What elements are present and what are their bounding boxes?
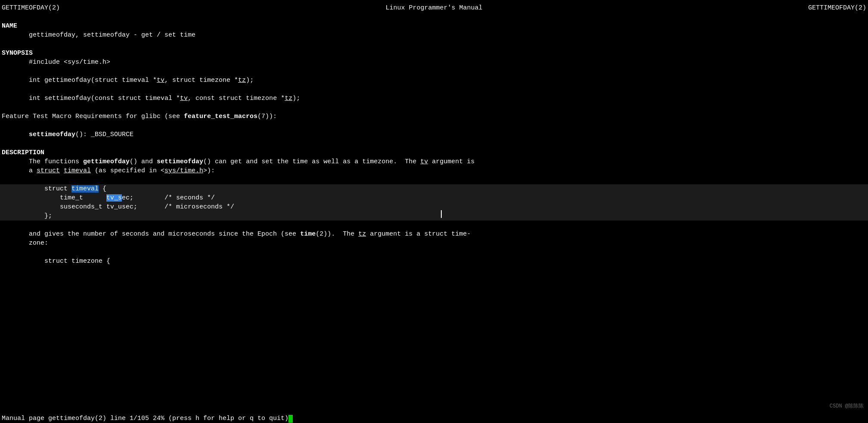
struct-timezone-line1: struct timezone { bbox=[0, 257, 868, 266]
struct-timeval-line3: suseconds_t tv_usec; /* microseconds */ bbox=[0, 202, 868, 212]
description-line2: a struct timeval (as specified in <sys/t… bbox=[0, 166, 868, 175]
header-line: GETTIMEOFDAY(2) Linux Programmer's Manua… bbox=[0, 3, 868, 12]
blank-line-3 bbox=[0, 67, 868, 76]
and-gives-line: and gives the number of seconds and micr… bbox=[0, 230, 868, 239]
blank-line-7 bbox=[0, 139, 868, 148]
name-content: gettimeofday, settimeofday - get / set t… bbox=[0, 31, 868, 40]
name-label: NAME bbox=[0, 22, 868, 31]
description-label: DESCRIPTION bbox=[0, 148, 868, 157]
synopsis-func2: int settimeofday(const struct timeval *t… bbox=[0, 94, 868, 103]
blank-line-10 bbox=[0, 248, 868, 257]
synopsis-func1: int gettimeofday(struct timeval *tv, str… bbox=[0, 76, 868, 85]
terminal: GETTIMEOFDAY(2) Linux Programmer's Manua… bbox=[0, 0, 868, 423]
struct-timeval-line2: time_t tv_sec; /* seconds */ bbox=[0, 193, 868, 202]
synopsis-include: #include <sys/time.h> bbox=[0, 58, 868, 67]
blank-line-8 bbox=[0, 175, 868, 184]
header-center: Linux Programmer's Manual bbox=[385, 3, 482, 12]
feature-test-content: settimeofday(): _BSD_SOURCE bbox=[0, 130, 868, 139]
description-line1: The functions gettimeofday() and settime… bbox=[0, 157, 868, 166]
blank-line-1 bbox=[0, 12, 868, 22]
watermark: CSDN @陈陈陈 bbox=[830, 403, 864, 410]
status-bar: Manual page gettimeofday(2) line 1/105 2… bbox=[0, 414, 868, 423]
struct-timeval-line4: }; bbox=[0, 212, 868, 221]
blank-line-4 bbox=[0, 85, 868, 94]
blank-line-2 bbox=[0, 40, 868, 49]
status-cursor bbox=[288, 415, 293, 423]
header-right: GETTIMEOFDAY(2) bbox=[808, 3, 866, 12]
synopsis-label: SYNOPSIS bbox=[0, 49, 868, 58]
blank-line-9 bbox=[0, 221, 868, 230]
zone-line: zone: bbox=[0, 239, 868, 248]
header-left: GETTIMEOFDAY(2) bbox=[2, 3, 60, 12]
feature-test: Feature Test Macro Requirements for glib… bbox=[0, 112, 868, 121]
text-cursor bbox=[441, 210, 442, 219]
blank-line-5 bbox=[0, 103, 868, 112]
blank-line-6 bbox=[0, 121, 868, 130]
struct-timeval-line1: struct timeval { bbox=[0, 184, 868, 193]
status-text: Manual page gettimeofday(2) line 1/105 2… bbox=[2, 414, 288, 423]
